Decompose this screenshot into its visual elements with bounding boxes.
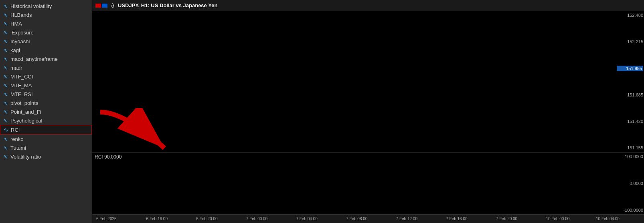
sidebar-item-hlbands[interactable]: ∿HLBands xyxy=(0,10,92,19)
sidebar-item-label: HLBands xyxy=(10,12,32,18)
sidebar-item-hma[interactable]: ∿HMA xyxy=(0,19,92,28)
svg-rect-71 xyxy=(505,68,517,77)
sidebar-item-label: MTF_RSI xyxy=(10,91,33,97)
sidebar-item-mtf_rsi[interactable]: ∿MTF_RSI xyxy=(0,90,92,98)
svg-rect-37 xyxy=(238,126,250,133)
svg-rect-63 xyxy=(443,73,454,89)
indicator-icon: ∿ xyxy=(3,3,8,9)
indicator-icon: ∿ xyxy=(3,73,8,80)
sidebar-item-renko[interactable]: ∿renko xyxy=(0,135,92,143)
sidebar-item-label: madr xyxy=(10,65,22,71)
indicator-icon: ∿ xyxy=(3,117,8,124)
time-label: 10 Feb 00:00 xyxy=(546,217,569,221)
svg-rect-79 xyxy=(568,68,580,75)
sidebar-item-rci[interactable]: ∿RCI xyxy=(0,125,92,135)
svg-rect-27 xyxy=(160,73,171,77)
sidebar-item-label: Volatility ratio xyxy=(10,154,41,160)
indicator-icon: ∿ xyxy=(3,145,8,151)
svg-rect-25 xyxy=(144,55,156,77)
time-axis: 6 Feb 20256 Feb 16:006 Feb 20:007 Feb 00… xyxy=(92,214,644,223)
indicator-icon: ∿ xyxy=(3,91,8,97)
price-label: 151.685 xyxy=(617,92,643,97)
rci-price-label: 100.0000 xyxy=(617,154,643,159)
price-label: 151.155 xyxy=(617,145,643,150)
rci-price-label: -100.0000 xyxy=(617,208,643,213)
svg-rect-55 xyxy=(380,74,391,83)
indicator-icon: ∿ xyxy=(3,100,8,106)
indicator-icon: ∿ xyxy=(3,136,8,142)
svg-rect-61 xyxy=(427,62,439,75)
price-label: 151.955 xyxy=(617,66,643,71)
sidebar-item-label: Historical volatility xyxy=(10,3,52,9)
sidebar-item-label: Point_and_Fi xyxy=(10,109,41,115)
chart-title: USDJPY, H1: US Dollar vs Japanese Yen xyxy=(118,2,217,8)
svg-rect-73 xyxy=(521,68,533,74)
sidebar-item-inyoashi[interactable]: ∿Inyoashi xyxy=(0,37,92,46)
time-label: 6 Feb 2025 xyxy=(96,217,117,221)
time-label: 7 Feb 00:00 xyxy=(246,217,267,221)
sidebar-item-mtf_ma[interactable]: ∿MTF_MA xyxy=(0,81,92,90)
indicator-icon: ∿ xyxy=(3,47,8,53)
sidebar-item-label: renko xyxy=(10,136,24,142)
svg-rect-45 xyxy=(301,92,313,99)
sidebar-item-volatility_ratio[interactable]: ∿Volatility ratio xyxy=(0,152,92,161)
sidebar-item-label: Inyoashi xyxy=(10,38,30,44)
time-label: 7 Feb 20:00 xyxy=(496,217,517,221)
sidebar-item-label: Tutumi xyxy=(10,145,26,151)
sidebar-item-point_and_fi[interactable]: ∿Point_and_Fi xyxy=(0,107,92,116)
sidebar-item-iexposure[interactable]: ∿iExposure xyxy=(0,28,92,37)
sidebar-item-label: kagi xyxy=(10,47,20,53)
svg-rect-33 xyxy=(207,108,219,119)
time-label: 6 Feb 16:00 xyxy=(146,217,168,221)
svg-rect-57 xyxy=(395,73,407,80)
time-label: 7 Feb 04:00 xyxy=(296,217,317,221)
sidebar-item-kagi[interactable]: ∿kagi xyxy=(0,46,92,54)
svg-rect-41 xyxy=(270,104,281,110)
sidebar-item-label: macd_anytimeframe xyxy=(10,56,58,62)
indicator-icon: ∿ xyxy=(3,38,8,44)
svg-rect-49 xyxy=(332,86,344,92)
sidebar-item-psychological[interactable]: ∿Psychological xyxy=(0,116,92,125)
svg-rect-43 xyxy=(286,95,297,101)
indicator-icon: ∿ xyxy=(3,153,8,160)
time-label: 7 Feb 16:00 xyxy=(446,217,467,221)
flag-red-icon xyxy=(95,4,101,8)
indicator-icon: ∿ xyxy=(3,29,8,36)
indicator-icon: ∿ xyxy=(3,82,8,88)
sidebar-item-label: Psychological xyxy=(10,118,43,124)
price-label: 152.215 xyxy=(617,39,643,44)
indicator-icon: ∿ xyxy=(3,20,8,27)
svg-rect-29 xyxy=(176,68,187,98)
sidebar-item-historical_volatility[interactable]: ∿Historical volatility xyxy=(0,2,92,10)
time-label: 7 Feb 08:00 xyxy=(346,217,367,221)
sidebar-item-label: MTF_MA xyxy=(10,82,32,88)
price-label: 151.420 xyxy=(617,119,643,124)
svg-rect-59 xyxy=(411,64,423,77)
rci-price-label: 0.0000 xyxy=(617,181,643,186)
svg-rect-69 xyxy=(490,71,501,82)
indicator-icon: ∿ xyxy=(3,56,8,62)
flag-blue-icon xyxy=(102,4,107,8)
candlestick-icon: 🕯 xyxy=(110,2,115,9)
rci-chart: RCI 90.0000 100.00000.0000-100.0000 xyxy=(92,152,644,214)
svg-rect-47 xyxy=(317,89,328,98)
svg-rect-77 xyxy=(553,64,564,68)
sidebar-item-madr[interactable]: ∿madr xyxy=(0,63,92,72)
indicator-icon: ∿ xyxy=(3,64,8,71)
sidebar-item-macd_anytimeframe[interactable]: ∿macd_anytimeframe xyxy=(0,54,92,63)
svg-rect-53 xyxy=(364,80,376,86)
sidebar-item-pivot_points[interactable]: ∿pivot_points xyxy=(0,98,92,107)
sidebar-item-label: MTF_CCI xyxy=(10,74,33,80)
sidebar-item-label: RCI xyxy=(11,127,20,133)
sidebar-item-label: pivot_points xyxy=(10,100,38,106)
time-label: 6 Feb 20:00 xyxy=(196,217,217,221)
time-label: 7 Feb 12:00 xyxy=(396,217,417,221)
flag-icons xyxy=(95,4,107,8)
svg-rect-67 xyxy=(474,74,486,83)
sidebar-item-label: HMA xyxy=(10,21,22,27)
rci-price-axis: 100.00000.0000-100.0000 xyxy=(616,153,644,214)
sidebar-item-label: iExposure xyxy=(10,30,34,36)
indicator-sidebar: ∿Historical volatility∿HLBands∿HMA∿iExpo… xyxy=(0,0,92,223)
sidebar-item-tutumi[interactable]: ∿Tutumi xyxy=(0,143,92,152)
sidebar-item-mtf_cci[interactable]: ∿MTF_CCI xyxy=(0,72,92,81)
